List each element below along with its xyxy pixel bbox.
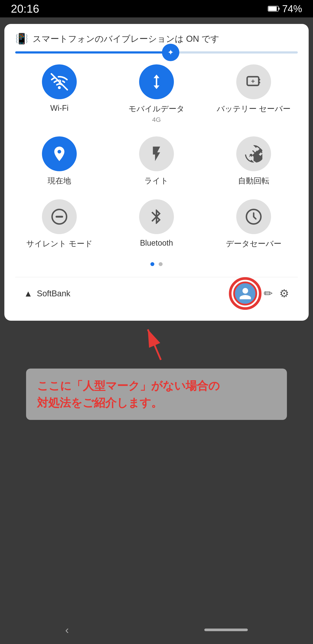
vibration-icon: 📳 — [15, 33, 28, 45]
flashlight-label: ライト — [144, 176, 168, 186]
auto-rotate-label: 自動回転 — [238, 176, 269, 186]
page-dot-2 — [159, 262, 163, 266]
arrow-container — [4, 321, 309, 364]
battery-text: 74% — [282, 3, 302, 14]
mobile-data-label: モバイルデータ — [128, 104, 185, 114]
status-bar: 20:16 74% — [0, 0, 313, 18]
bluetooth-label: Bluetooth — [140, 238, 173, 248]
tile-mobile-data[interactable]: モバイルデータ 4G — [112, 64, 201, 123]
svg-line-13 — [148, 330, 161, 360]
svg-point-3 — [58, 86, 61, 89]
bottom-actions: ✏ ⚙ — [233, 282, 289, 306]
annotation-arrow — [135, 321, 178, 364]
silent-icon — [42, 199, 77, 234]
edit-button[interactable]: ✏ — [264, 287, 273, 300]
vibration-text: スマートフォンのバイブレーションは ON です — [33, 33, 219, 45]
page-dots — [15, 262, 298, 266]
signal-icon: ▲ — [24, 289, 33, 298]
tile-bluetooth[interactable]: Bluetooth — [112, 199, 201, 249]
svg-text:+: + — [251, 78, 255, 85]
annotation-text: ここに「人型マーク」がない場合の対処法をご紹介します。 — [37, 377, 276, 411]
annotation-box: ここに「人型マーク」がない場合の対処法をご紹介します。 — [26, 368, 287, 420]
mobile-data-sublabel: 4G — [152, 116, 161, 123]
user-button[interactable] — [233, 282, 257, 306]
navigation-bar: ‹ — [0, 616, 313, 644]
auto-rotate-icon — [236, 136, 271, 171]
bottom-bar: ▲ SoftBank ✏ ⚙ — [15, 277, 298, 310]
data-saver-icon — [236, 199, 271, 234]
brightness-thumb — [162, 44, 179, 61]
location-label: 現在地 — [48, 176, 71, 186]
tile-battery-saver[interactable]: + バッテリー セーバー — [209, 64, 298, 123]
silent-label: サイレント モード — [26, 238, 93, 249]
mobile-data-icon — [139, 64, 174, 99]
flashlight-icon — [139, 136, 174, 171]
user-icon — [238, 286, 252, 301]
bluetooth-icon — [139, 199, 174, 234]
tile-silent[interactable]: サイレント モード — [15, 199, 104, 249]
settings-button[interactable]: ⚙ — [279, 287, 289, 300]
page-dot-1 — [150, 262, 154, 266]
svg-rect-1 — [279, 8, 280, 10]
wifi-icon: ? — [42, 64, 77, 99]
data-saver-label: データセーバー — [226, 238, 282, 249]
svg-rect-2 — [269, 6, 277, 11]
back-button[interactable]: ‹ — [65, 624, 69, 636]
annotation-area: ここに「人型マーク」がない場合の対処法をご紹介します。 — [4, 321, 309, 420]
tile-wifi[interactable]: ? Wi-Fi — [15, 64, 104, 123]
battery-saver-label: バッテリー セーバー — [217, 104, 291, 114]
tile-location[interactable]: 現在地 — [15, 136, 104, 186]
tiles-grid: ? Wi-Fi モバイルデータ 4G + — [15, 64, 298, 249]
user-button-wrapper — [233, 282, 257, 306]
tile-auto-rotate[interactable]: 自動回転 — [209, 136, 298, 186]
carrier-text: SoftBank — [37, 289, 229, 298]
tile-flashlight[interactable]: ライト — [112, 136, 201, 186]
status-time: 20:16 — [11, 2, 39, 15]
battery-indicator: 74% — [268, 3, 302, 14]
location-icon — [42, 136, 77, 171]
tile-data-saver[interactable]: データセーバー — [209, 199, 298, 249]
brightness-fill — [15, 51, 171, 54]
battery-icon — [268, 6, 280, 12]
svg-text:?: ? — [57, 78, 61, 86]
battery-saver-icon: + — [236, 64, 271, 99]
wifi-label: Wi-Fi — [50, 104, 68, 113]
quick-settings-panel: 📳 スマートフォンのバイブレーションは ON です ? Wi-Fi — [4, 24, 309, 321]
brightness-slider[interactable] — [15, 51, 298, 54]
home-indicator[interactable] — [204, 628, 248, 631]
vibration-bar: 📳 スマートフォンのバイブレーションは ON です — [15, 33, 298, 45]
